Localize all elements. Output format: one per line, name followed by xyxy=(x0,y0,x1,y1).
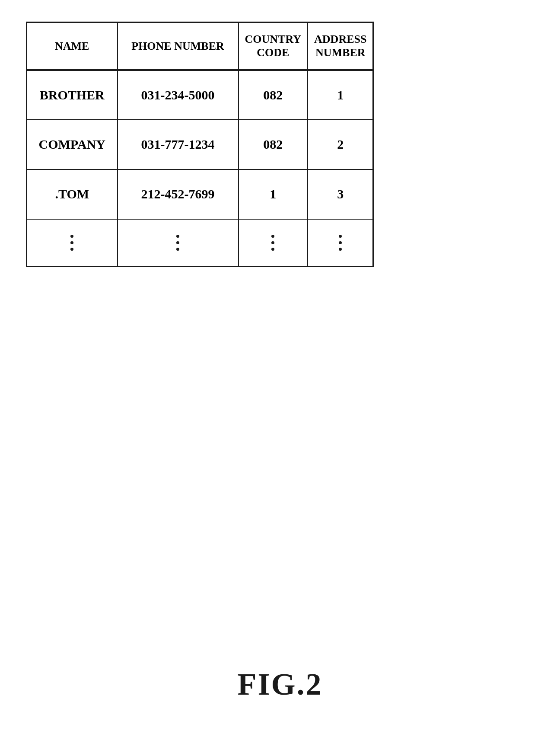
cell-address-0: 1 xyxy=(308,70,373,120)
header-phone: PHONE NUMBER xyxy=(118,22,239,70)
dot-icon xyxy=(176,241,179,244)
dot-icon xyxy=(271,248,274,251)
table-row: .TOM 212-452-7699 1 3 xyxy=(27,169,373,219)
table-dots-row xyxy=(27,219,373,267)
cell-country-0: 082 xyxy=(239,70,308,120)
cell-country-1: 082 xyxy=(239,120,308,169)
dots-country xyxy=(239,219,308,267)
data-table: NAME PHONE NUMBER COUNTRY CODE ADDRESS N… xyxy=(26,22,374,267)
table-wrapper: NAME PHONE NUMBER COUNTRY CODE ADDRESS N… xyxy=(26,22,374,267)
dot-icon xyxy=(339,235,342,238)
dot-icon xyxy=(339,248,342,251)
dot-icon xyxy=(271,235,274,238)
cell-phone-2: 212-452-7699 xyxy=(118,169,239,219)
cell-name-0: BROTHER xyxy=(27,70,118,120)
header-address-number: ADDRESS NUMBER xyxy=(308,22,373,70)
cell-address-1: 2 xyxy=(308,120,373,169)
table-row: BROTHER 031-234-5000 082 1 xyxy=(27,70,373,120)
header-name: NAME xyxy=(27,22,118,70)
dot-icon xyxy=(70,241,73,244)
dot-icon xyxy=(271,241,274,244)
dots-phone xyxy=(118,219,239,267)
dots-address xyxy=(308,219,373,267)
cell-name-2: .TOM xyxy=(27,169,118,219)
page-container: NAME PHONE NUMBER COUNTRY CODE ADDRESS N… xyxy=(0,0,560,737)
header-country-code: COUNTRY CODE xyxy=(239,22,308,70)
cell-name-1: COMPANY xyxy=(27,120,118,169)
cell-country-2: 1 xyxy=(239,169,308,219)
dot-icon xyxy=(339,241,342,244)
cell-phone-0: 031-234-5000 xyxy=(118,70,239,120)
dots-name xyxy=(27,219,118,267)
dot-icon xyxy=(176,248,179,251)
dot-icon xyxy=(70,235,73,238)
cell-phone-1: 031-777-1234 xyxy=(118,120,239,169)
table-header-row: NAME PHONE NUMBER COUNTRY CODE ADDRESS N… xyxy=(27,22,373,70)
table-row: COMPANY 031-777-1234 082 2 xyxy=(27,120,373,169)
dot-icon xyxy=(70,248,73,251)
cell-address-2: 3 xyxy=(308,169,373,219)
dot-icon xyxy=(176,235,179,238)
figure-label: FIG.2 xyxy=(237,667,322,702)
